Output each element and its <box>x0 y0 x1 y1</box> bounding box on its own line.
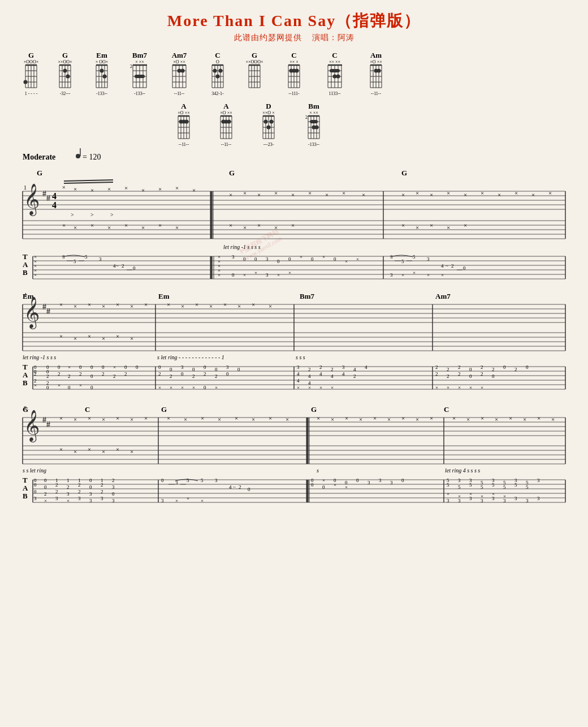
svg-text:1: 1 <box>24 184 27 191</box>
svg-text:×: × <box>257 191 261 198</box>
svg-text:×: × <box>181 385 184 390</box>
svg-text:×: × <box>90 187 94 193</box>
svg-text:×: × <box>430 222 433 229</box>
svg-text:s: s <box>317 467 319 474</box>
svg-text:#: # <box>46 420 50 429</box>
svg-text:4: 4 <box>229 484 232 490</box>
svg-text:0: 0 <box>254 256 257 262</box>
svg-text:--11--: --11-- <box>371 91 382 96</box>
svg-text:× OO×: × OO× <box>96 59 109 64</box>
svg-text:×: × <box>184 416 187 423</box>
svg-text:×: × <box>79 382 82 388</box>
svg-text:3: 3 <box>99 256 102 262</box>
svg-text:0: 0 <box>133 265 136 271</box>
svg-text:×: × <box>74 186 77 192</box>
svg-line-249 <box>64 180 113 181</box>
svg-text:D: D <box>266 102 271 110</box>
svg-text:×: × <box>401 272 404 278</box>
svg-text:×: × <box>130 303 133 309</box>
svg-text:×: × <box>427 272 430 278</box>
svg-text:0: 0 <box>277 259 280 264</box>
svg-text:0: 0 <box>102 364 105 370</box>
svg-text:𝄞: 𝄞 <box>24 410 40 442</box>
svg-text:0: 0 <box>68 385 71 390</box>
svg-text:3: 3 <box>34 496 37 501</box>
svg-text:2: 2 <box>78 482 81 488</box>
svg-text:4: 4 <box>308 373 311 379</box>
svg-text:×: × <box>215 385 218 390</box>
svg-text:×: × <box>458 385 461 390</box>
svg-text:2: 2 <box>458 371 461 377</box>
svg-text:A: A <box>23 260 28 269</box>
svg-text:3: 3 <box>469 496 472 501</box>
svg-text:×: × <box>257 222 261 229</box>
svg-text:3: 3 <box>390 272 393 278</box>
svg-text:G: G <box>311 405 317 414</box>
svg-text:×: × <box>523 416 526 423</box>
svg-text:2: 2 <box>435 371 438 377</box>
svg-text:×: × <box>187 496 189 501</box>
svg-rect-130 <box>330 69 340 72</box>
svg-text:#: # <box>42 303 46 311</box>
svg-text:4: 4 <box>441 263 444 269</box>
subtitle-source: 此谱由约瑟网提供 <box>234 33 302 42</box>
svg-text:3: 3 <box>226 364 229 370</box>
svg-text:×: × <box>102 416 105 423</box>
svg-text:×: × <box>325 191 328 198</box>
svg-point-26 <box>63 69 67 73</box>
svg-text:×: × <box>107 224 111 231</box>
svg-text:×: × <box>319 385 322 390</box>
svg-text:2: 2 <box>308 367 311 372</box>
svg-text:×: × <box>498 191 501 198</box>
svg-text:0: 0 <box>90 385 93 390</box>
svg-text:3: 3 <box>266 256 269 262</box>
svg-text:0: 0 <box>469 373 472 379</box>
svg-text:×: × <box>345 484 348 490</box>
svg-text:Am7: Am7 <box>435 292 451 300</box>
svg-text:~: ~ <box>233 484 236 490</box>
svg-text:3: 3 <box>112 484 115 490</box>
svg-text:--111-: --111- <box>288 91 300 96</box>
svg-text:×: × <box>362 191 365 198</box>
svg-text:×: × <box>447 224 450 231</box>
svg-text:×: × <box>59 333 63 339</box>
svg-text:3: 3 <box>161 498 164 504</box>
svg-text:3: 3 <box>514 496 517 501</box>
svg-point-195 <box>270 120 274 124</box>
svg-text:𝄞: 𝄞 <box>24 296 40 329</box>
svg-text:3: 3 <box>78 496 81 501</box>
svg-text:5: 5 <box>492 482 495 488</box>
svg-text:1: 1 <box>67 478 70 483</box>
svg-point-131 <box>333 75 337 79</box>
svg-text:2: 2 <box>514 367 517 372</box>
svg-text:Em: Em <box>158 292 170 300</box>
svg-text:0: 0 <box>136 364 139 370</box>
svg-text:A: A <box>223 102 229 110</box>
svg-text:×: × <box>201 498 204 504</box>
svg-text:0: 0 <box>401 478 404 483</box>
svg-text:0: 0 <box>469 367 472 372</box>
svg-text:2: 2 <box>124 371 127 377</box>
svg-text:×: × <box>548 190 552 196</box>
svg-text:×× ×: ×× × <box>289 59 299 64</box>
svg-point-147 <box>377 69 381 73</box>
svg-text:0: 0 <box>90 364 93 370</box>
svg-point-194 <box>267 126 271 130</box>
svg-text:0: 0 <box>170 367 172 372</box>
svg-text:2: 2 <box>130 64 132 69</box>
svg-text:×O ××: ×O ×× <box>220 110 232 115</box>
svg-text:×: × <box>401 191 405 198</box>
svg-text:×: × <box>229 222 232 229</box>
svg-text:×: × <box>124 222 128 229</box>
svg-text:×: × <box>401 222 405 229</box>
svg-text:2: 2 <box>331 367 334 372</box>
svg-text:0: 0 <box>79 364 82 370</box>
svg-text:C: C <box>215 51 220 59</box>
svg-text:B: B <box>23 378 28 387</box>
svg-text:×: × <box>44 498 47 504</box>
svg-text:O: O <box>216 59 219 64</box>
svg-text:0: 0 <box>526 364 529 370</box>
svg-text:×: × <box>192 385 195 390</box>
svg-text:×: × <box>167 301 170 308</box>
svg-text:×: × <box>243 272 246 278</box>
